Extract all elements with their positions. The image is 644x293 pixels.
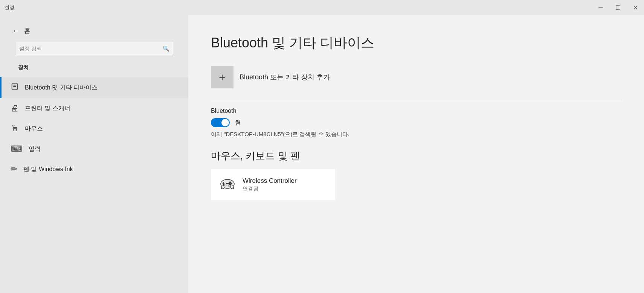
device-info: Wireless Controller 연결됨 — [243, 177, 297, 192]
toggle-knob — [221, 119, 229, 126]
app-title: 설정 — [5, 4, 14, 11]
sidebar-item-pen[interactable]: ✏ 펜 및 Windows Ink — [0, 159, 188, 179]
bluetooth-toggle-row: 켬 — [211, 118, 621, 127]
toggle-state-label: 켬 — [235, 119, 241, 127]
home-button[interactable]: ← 홈 — [8, 23, 181, 39]
svg-point-12 — [224, 184, 226, 186]
device-name: Wireless Controller — [243, 177, 297, 185]
sidebar-item-label-printer: 프린터 및 스캐너 — [25, 105, 70, 112]
device-status: 연결됨 — [243, 185, 297, 192]
keyboard-icon: ⌨ — [11, 144, 23, 154]
sidebar-item-label-pen: 펜 및 Windows Ink — [23, 165, 73, 173]
app-body: ← 홈 🔍 장치 Bluetooth 및 기타 — [0, 15, 644, 293]
bluetooth-label: Bluetooth — [211, 108, 621, 114]
titlebar: 설정 ─ ☐ ✕ — [0, 0, 644, 15]
search-box[interactable]: 🔍 — [15, 42, 173, 55]
main-content: Bluetooth 및 기타 디바이스 ＋ Bluetooth 또는 기타 장치… — [188, 15, 644, 293]
sidebar-item-bluetooth[interactable]: Bluetooth 및 기타 디바이스 — [0, 77, 188, 98]
sidebar-item-label-mouse: 마우스 — [25, 125, 43, 133]
controller-icon — [220, 177, 235, 193]
device-card-wireless-controller[interactable]: Wireless Controller 연결됨 — [211, 169, 335, 200]
sidebar-top: ← 홈 🔍 장치 — [0, 15, 188, 77]
svg-point-6 — [230, 182, 231, 183]
sidebar-item-label-input: 입력 — [29, 145, 41, 153]
nav-list: Bluetooth 및 기타 디바이스 🖨 프린터 및 스캐너 🖱 마우스 ⌨ … — [0, 77, 188, 179]
titlebar-controls: ─ ☐ ✕ — [592, 0, 644, 15]
svg-rect-10 — [226, 183, 227, 184]
divider-1 — [211, 100, 621, 100]
section-label: 장치 — [8, 61, 181, 73]
bluetooth-icon — [11, 82, 19, 93]
bluetooth-toggle[interactable] — [211, 118, 230, 127]
svg-point-7 — [231, 183, 232, 184]
pen-icon: ✏ — [11, 164, 17, 174]
add-icon: ＋ — [211, 66, 233, 88]
sidebar-item-input[interactable]: ⌨ 입력 — [0, 139, 188, 159]
mouse-icon: 🖱 — [11, 124, 19, 134]
sidebar-item-printer[interactable]: 🖨 프린터 및 스캐너 — [0, 98, 188, 118]
add-device-button[interactable]: ＋ Bluetooth 또는 기타 장치 추가 — [211, 66, 621, 88]
sidebar-item-mouse[interactable]: 🖱 마우스 — [0, 118, 188, 139]
svg-point-13 — [229, 185, 231, 187]
svg-rect-11 — [228, 183, 229, 184]
search-icon: 🔍 — [163, 46, 169, 52]
search-input[interactable] — [19, 46, 163, 52]
back-icon: ← — [12, 26, 20, 35]
page-title: Bluetooth 및 기타 디바이스 — [211, 34, 621, 52]
bluetooth-section: Bluetooth 켬 이제 "DESKTOP-UM8CLN5"(으)로 검색될… — [211, 108, 621, 138]
add-device-label: Bluetooth 또는 기타 장치 추가 — [240, 73, 330, 82]
minimize-button[interactable]: ─ — [592, 0, 609, 15]
sidebar: ← 홈 🔍 장치 Bluetooth 및 기타 — [0, 15, 188, 293]
close-button[interactable]: ✕ — [627, 0, 644, 15]
sidebar-item-label-bluetooth: Bluetooth 및 기타 디바이스 — [25, 84, 98, 92]
titlebar-left: 설정 — [5, 4, 14, 11]
home-label: 홈 — [24, 26, 31, 35]
bluetooth-discovery-text: 이제 "DESKTOP-UM8CLN5"(으)로 검색될 수 있습니다. — [211, 131, 621, 138]
printer-icon: 🖨 — [11, 103, 19, 113]
mouse-keyboard-section-heading: 마우스, 키보드 및 펜 — [211, 149, 621, 162]
maximize-button[interactable]: ☐ — [609, 0, 627, 15]
